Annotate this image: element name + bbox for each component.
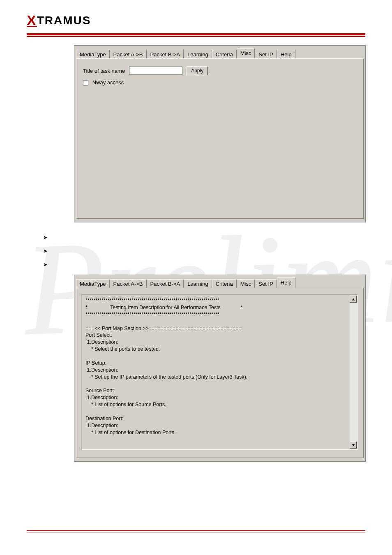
- tab-misc-2[interactable]: Misc: [237, 279, 255, 289]
- apply-button[interactable]: Apply: [187, 66, 208, 75]
- panel-help: MediaType Packet A->B Packet B->A Learni…: [74, 275, 366, 462]
- tab-packet-ab[interactable]: Packet A->B: [110, 50, 147, 59]
- footer-rule: [27, 530, 365, 532]
- tab-setip-2[interactable]: Set IP: [255, 279, 277, 289]
- scroll-track[interactable]: [350, 303, 357, 442]
- nway-label: Nway access: [92, 79, 124, 86]
- title-of-task-label: Title of task name: [83, 68, 125, 74]
- bullet-1: [43, 234, 365, 241]
- tab-packet-ab-2[interactable]: Packet A->B: [110, 279, 147, 289]
- bullet-2: [43, 247, 365, 254]
- tab-learning-2[interactable]: Learning: [184, 279, 212, 289]
- bullet-3: [43, 261, 365, 268]
- scroll-up-button[interactable]: [350, 296, 357, 303]
- tab-mediatype-2[interactable]: MediaType: [76, 279, 110, 289]
- svg-marker-1: [352, 298, 354, 300]
- title-of-task-input[interactable]: [129, 67, 182, 75]
- panel-misc: MediaType Packet A->B Packet B->A Learni…: [74, 45, 366, 222]
- tab-packet-ba-2[interactable]: Packet B->A: [147, 279, 184, 289]
- tab-mediatype[interactable]: MediaType: [76, 50, 110, 59]
- logo: XTRAMUS: [27, 12, 365, 28]
- tab-help[interactable]: Help: [277, 50, 295, 59]
- tab-setip[interactable]: Set IP: [255, 50, 277, 59]
- tab-criteria[interactable]: Criteria: [212, 50, 237, 59]
- tab-learning[interactable]: Learning: [184, 50, 212, 59]
- help-textarea: ****************************************…: [81, 294, 358, 450]
- tab-help-2[interactable]: Help: [277, 278, 295, 288]
- svg-marker-2: [352, 444, 354, 446]
- tab-criteria-2[interactable]: Criteria: [212, 279, 237, 289]
- help-content: ****************************************…: [85, 297, 354, 436]
- scroll-down-button[interactable]: [350, 442, 357, 449]
- bullet-list: [43, 234, 365, 268]
- tab-packet-ba[interactable]: Packet B->A: [147, 50, 184, 59]
- scrollbar[interactable]: [350, 296, 357, 449]
- tab-misc[interactable]: Misc: [237, 48, 255, 58]
- header-rule: [27, 33, 365, 35]
- nway-checkbox[interactable]: [83, 80, 88, 86]
